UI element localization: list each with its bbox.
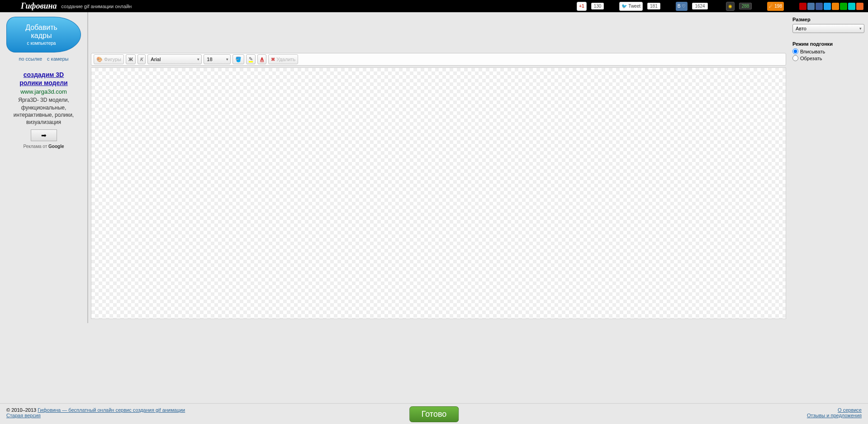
shapes-button[interactable]: 🎨 Фигуры — [94, 54, 124, 64]
italic-button[interactable]: К — [138, 54, 146, 64]
size-label: Размер — [792, 17, 864, 22]
ya-share-icon[interactable] — [799, 3, 806, 10]
ad-url: www.jarga3d.com — [6, 88, 81, 95]
footer-main-link[interactable]: Гифовина — бесплатный онлайн сервис созд… — [38, 407, 185, 413]
plus-share-icon[interactable] — [856, 3, 863, 10]
palette-icon: 🎨 — [96, 57, 103, 62]
main-layout: Добавить кадры с компьютера по ссылке с … — [0, 12, 868, 323]
fit-mode-label: Режим подгонки — [792, 41, 864, 47]
coin-icon: ◉ — [728, 4, 732, 9]
footer: © 2010–2013 Гифовина — бесплатный онлайн… — [0, 403, 868, 424]
size-select[interactable]: Авто — [792, 24, 864, 33]
ad-attribution: Реклама от Google — [6, 144, 81, 149]
share-icons-group — [799, 3, 863, 10]
mail-share-icon[interactable] — [840, 3, 847, 10]
add-frames-subtitle: с компьютера — [16, 41, 67, 46]
fill-color-button[interactable]: 🪣 — [232, 54, 244, 64]
text-color-icon: A — [260, 57, 264, 62]
ok-button[interactable]: ☄ 198 — [767, 2, 784, 11]
footer-left: © 2010–2013 Гифовина — бесплатный онлайн… — [6, 407, 807, 418]
tweet-count: 181 — [647, 3, 660, 10]
gplus-count: 130 — [591, 3, 604, 10]
ad-title-link[interactable]: создадим 3D ролики модели — [19, 71, 67, 86]
site-tagline: создание gif анимации онлайн — [61, 4, 132, 9]
close-icon: ✖ — [271, 57, 275, 62]
shapes-label: Фигуры — [104, 57, 121, 62]
ad-description: Ярга3D- 3D модели, функциональные, интер… — [6, 96, 81, 126]
highlighter-icon: ✎ — [249, 57, 253, 62]
highlight-color-button[interactable]: ✎ — [246, 54, 256, 64]
font-select[interactable]: Arial — [147, 54, 202, 64]
delete-label: Удалить — [276, 57, 295, 62]
font-size-value: 18 — [207, 57, 212, 62]
by-url-link[interactable]: по ссылке — [19, 56, 42, 62]
font-size-select[interactable]: 18 — [204, 54, 231, 64]
old-version-link[interactable]: Старая версия — [6, 413, 41, 418]
tw-share-icon[interactable] — [824, 3, 831, 10]
add-frames-button[interactable]: Добавить кадры с компьютера — [6, 17, 81, 52]
editor-toolbar: 🎨 Фигуры Ж К Arial 18 🪣 ✎ A ✖ Удалить — [91, 53, 786, 66]
text-color-button[interactable]: A — [257, 54, 266, 64]
right-settings-panel: Размер Авто Режим подгонки Вписывать Обр… — [789, 12, 868, 323]
gplus-icon: +1 — [579, 4, 584, 9]
add-frames-sublinks: по ссылке с камеры — [6, 56, 81, 62]
bold-button[interactable]: Ж — [126, 54, 136, 64]
social-widgets: +1 130 🐦 Tweet 181 В ♡ 1624 ◉ 288 ☄ 198 — [577, 2, 863, 11]
footer-right: О сервисе Отзывы и предложения — [807, 407, 862, 418]
fit-crop-label: Обрезать — [800, 56, 822, 61]
paint-bucket-icon: 🪣 — [235, 57, 242, 62]
gplus-button[interactable]: +1 — [577, 2, 586, 11]
ok-share-icon[interactable] — [832, 3, 839, 10]
ready-button[interactable]: Готово — [409, 406, 459, 422]
tweet-button[interactable]: 🐦 Tweet — [619, 2, 643, 11]
add-frames-title: Добавить кадры — [16, 24, 67, 40]
fit-inscribe-option[interactable]: Вписывать — [792, 48, 864, 54]
delete-button[interactable]: ✖ Удалить — [268, 54, 298, 64]
donate-count: 288 — [739, 3, 752, 10]
fit-crop-option[interactable]: Обрезать — [792, 55, 864, 61]
ad-title-line1: создадим 3D — [24, 71, 64, 78]
font-value: Arial — [151, 57, 161, 62]
from-camera-link[interactable]: с камеры — [47, 56, 68, 62]
ad-title-line2: ролики модели — [19, 79, 67, 86]
vk-share-icon[interactable] — [807, 3, 815, 10]
left-sidebar: Добавить кадры с компьютера по ссылке с … — [0, 12, 88, 323]
fit-mode-group: Режим подгонки Вписывать Обрезать — [792, 41, 864, 61]
twitter-icon: 🐦 — [621, 4, 627, 9]
size-group: Размер Авто — [792, 17, 864, 33]
lj-share-icon[interactable] — [848, 3, 855, 10]
ok-count: 198 — [774, 4, 782, 9]
size-value: Авто — [796, 26, 806, 31]
top-header: Гифовина создание gif анимации онлайн +1… — [0, 0, 868, 12]
fit-inscribe-label: Вписывать — [800, 49, 825, 54]
canvas-area[interactable] — [91, 67, 786, 319]
copyright-text: © 2010–2013 — [6, 407, 38, 413]
vk-count: 1624 — [692, 3, 707, 10]
about-link[interactable]: О сервисе — [838, 407, 862, 413]
fb-share-icon[interactable] — [816, 3, 823, 10]
feedback-link[interactable]: Отзывы и предложения — [807, 413, 862, 418]
donate-button[interactable]: ◉ — [726, 2, 735, 11]
vk-button[interactable]: В ♡ — [676, 2, 688, 11]
vk-label: В — [678, 4, 681, 9]
fit-crop-radio[interactable] — [792, 55, 798, 61]
fit-inscribe-radio[interactable] — [792, 48, 798, 54]
ok-icon: ☄ — [769, 4, 773, 9]
site-logo[interactable]: Гифовина — [21, 1, 57, 11]
heart-icon: ♡ — [682, 4, 686, 9]
editor-area: 🎨 Фигуры Ж К Arial 18 🪣 ✎ A ✖ Удалить — [88, 12, 789, 323]
tweet-label: Tweet — [628, 4, 640, 9]
ad-block: создадим 3D ролики модели www.jarga3d.co… — [6, 71, 81, 149]
ad-arrow-button[interactable]: ➡ — [31, 129, 57, 141]
